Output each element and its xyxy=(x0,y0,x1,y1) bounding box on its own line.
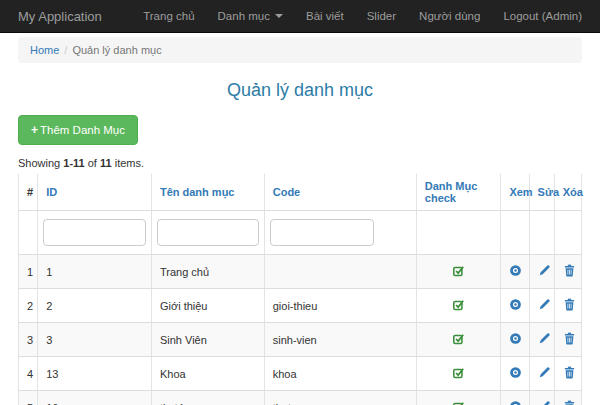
check-icon xyxy=(452,400,465,405)
check-icon xyxy=(452,366,465,379)
pencil-icon xyxy=(538,264,551,277)
grid-filter-row xyxy=(19,211,582,255)
eye-icon xyxy=(509,264,522,277)
id-cell: 3 xyxy=(38,323,152,357)
column-header-view[interactable]: Xem xyxy=(501,174,529,211)
code-cell: khoa xyxy=(264,357,416,391)
delete-button[interactable] xyxy=(563,298,576,311)
navbar: My Application Trang chủDanh mụcBài viết… xyxy=(0,0,600,33)
breadcrumb: Home/Quản lý danh mục xyxy=(18,37,582,63)
check-icon xyxy=(452,332,465,345)
edit-button[interactable] xyxy=(538,332,551,345)
nav-item-4[interactable]: Người dùng xyxy=(419,10,480,22)
column-header-code[interactable]: Code xyxy=(264,174,416,211)
page-title: Quản lý danh mục xyxy=(0,80,600,101)
add-category-button[interactable]: +Thêm Danh Mục xyxy=(18,115,138,145)
code-cell: sinh-vien xyxy=(264,323,416,357)
eye-icon xyxy=(509,400,522,405)
code-cell xyxy=(264,255,416,289)
check-toggle[interactable] xyxy=(452,400,465,405)
eye-icon xyxy=(509,298,522,311)
trash-icon xyxy=(563,400,576,405)
delete-button[interactable] xyxy=(563,400,576,405)
table-row: 11Trang chủ xyxy=(19,255,582,289)
row-index-cell: 3 xyxy=(19,323,38,357)
breadcrumb-current: Quản lý danh mục xyxy=(72,44,161,56)
breadcrumb-home-link[interactable]: Home xyxy=(30,44,59,56)
nav-item-0[interactable]: Trang chủ xyxy=(143,10,194,22)
grid-header-row: # ID Tên danh mục Code Danh Mục check Xe… xyxy=(19,174,582,211)
filter-code-input[interactable] xyxy=(270,219,374,246)
column-header-index: # xyxy=(19,174,38,211)
name-cell: Giới thiệu xyxy=(151,289,264,323)
pencil-icon xyxy=(538,366,551,379)
code-cell: gioi-thieu xyxy=(264,289,416,323)
filter-name-input[interactable] xyxy=(157,219,259,246)
pencil-icon xyxy=(538,400,551,405)
delete-button[interactable] xyxy=(563,332,576,345)
delete-button[interactable] xyxy=(563,264,576,277)
check-icon xyxy=(452,298,465,311)
add-category-button-label: Thêm Danh Mục xyxy=(40,124,125,136)
eye-icon xyxy=(509,332,522,345)
code-cell: tin-tuc xyxy=(264,391,416,405)
id-cell: 13 xyxy=(38,357,152,391)
navbar-menu: Trang chủDanh mụcBài viếtSliderNgười dùn… xyxy=(143,10,582,22)
delete-button[interactable] xyxy=(563,366,576,379)
name-cell: Sinh Viên xyxy=(151,323,264,357)
column-header-id[interactable]: ID xyxy=(38,174,152,211)
table-row: 33Sinh Viênsinh-vien xyxy=(19,323,582,357)
nav-item-5[interactable]: Logout (Admin) xyxy=(503,10,582,22)
pencil-icon xyxy=(538,332,551,345)
nav-item-3[interactable]: Slider xyxy=(367,10,396,22)
view-button[interactable] xyxy=(509,332,522,345)
app-brand[interactable]: My Application xyxy=(18,9,102,24)
name-cell: Trang chủ xyxy=(151,255,264,289)
nav-item-1[interactable]: Danh mục xyxy=(218,10,283,22)
check-icon xyxy=(452,264,465,277)
row-index-cell: 5 xyxy=(19,391,38,405)
trash-icon xyxy=(563,264,576,277)
edit-button[interactable] xyxy=(538,366,551,379)
name-cell: tin tức xyxy=(151,391,264,405)
trash-icon xyxy=(563,332,576,345)
column-header-check[interactable]: Danh Mục check xyxy=(416,174,501,211)
id-cell: 1 xyxy=(38,255,152,289)
trash-icon xyxy=(563,298,576,311)
check-toggle[interactable] xyxy=(452,264,465,277)
id-cell: 16 xyxy=(38,391,152,405)
trash-icon xyxy=(563,366,576,379)
breadcrumb-separator: / xyxy=(59,44,72,56)
table-row: 22Giới thiệugioi-thieu xyxy=(19,289,582,323)
grid-summary: Showing 1-11 of 11 items. xyxy=(18,157,582,169)
plus-icon: + xyxy=(31,123,38,137)
view-button[interactable] xyxy=(509,366,522,379)
check-toggle[interactable] xyxy=(452,298,465,311)
row-index-cell: 1 xyxy=(19,255,38,289)
chevron-down-icon xyxy=(275,14,283,18)
view-button[interactable] xyxy=(509,264,522,277)
edit-button[interactable] xyxy=(538,264,551,277)
edit-button[interactable] xyxy=(538,298,551,311)
table-row: 516tin tứctin-tuc xyxy=(19,391,582,405)
view-button[interactable] xyxy=(509,400,522,405)
name-cell: Khoa xyxy=(151,357,264,391)
pencil-icon xyxy=(538,298,551,311)
row-index-cell: 4 xyxy=(19,357,38,391)
nav-item-2[interactable]: Bài viết xyxy=(306,10,344,22)
check-toggle[interactable] xyxy=(452,332,465,345)
check-toggle[interactable] xyxy=(452,366,465,379)
category-grid: # ID Tên danh mục Code Danh Mục check Xe… xyxy=(18,174,582,405)
row-index-cell: 2 xyxy=(19,289,38,323)
column-header-name[interactable]: Tên danh mục xyxy=(151,174,264,211)
eye-icon xyxy=(509,366,522,379)
filter-id-input[interactable] xyxy=(43,219,146,246)
id-cell: 2 xyxy=(38,289,152,323)
table-row: 413Khoakhoa xyxy=(19,357,582,391)
view-button[interactable] xyxy=(509,298,522,311)
edit-button[interactable] xyxy=(538,400,551,405)
